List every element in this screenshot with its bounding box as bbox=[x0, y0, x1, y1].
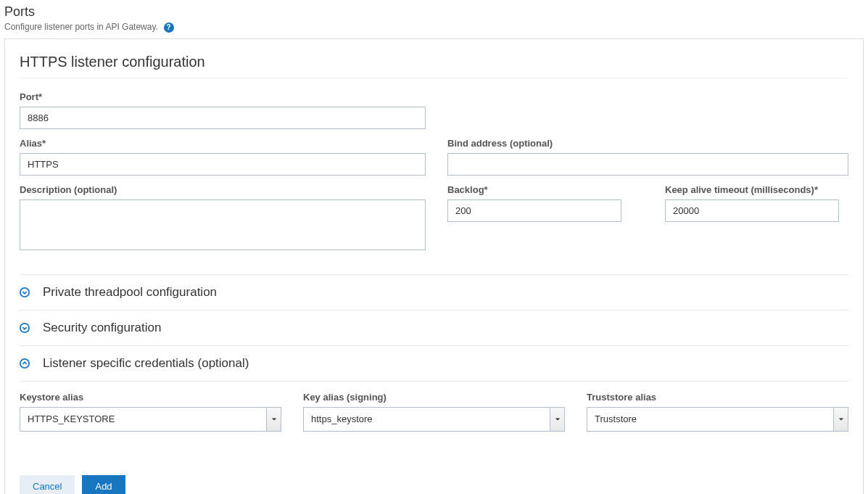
panel-title: HTTPS listener configuration bbox=[20, 54, 848, 70]
expand-down-icon bbox=[20, 323, 30, 333]
dropdown-arrow-icon bbox=[550, 408, 564, 431]
section-credentials[interactable]: Listener specific credentials (optional) bbox=[20, 345, 848, 382]
page-subtitle: Configure listener ports in API Gateway. bbox=[4, 22, 158, 32]
keepalive-label: Keep alive timeout (milliseconds)* bbox=[665, 184, 853, 195]
svg-point-0 bbox=[20, 287, 29, 296]
dropdown-arrow-icon bbox=[266, 408, 281, 431]
section-credentials-title: Listener specific credentials (optional) bbox=[43, 356, 249, 371]
dropdown-arrow-icon bbox=[833, 408, 848, 431]
description-input[interactable] bbox=[20, 199, 426, 250]
keyalias-select[interactable]: https_keystore bbox=[303, 407, 565, 432]
cancel-button[interactable]: Cancel bbox=[20, 475, 75, 494]
truststore-label: Truststore alias bbox=[587, 392, 848, 403]
bind-label: Bind address (optional) bbox=[447, 138, 848, 149]
description-label: Description (optional) bbox=[20, 184, 426, 195]
expand-up-icon bbox=[20, 358, 30, 369]
page-title: Ports bbox=[4, 4, 864, 20]
divider bbox=[20, 78, 848, 78]
keystore-label: Keystore alias bbox=[20, 392, 281, 403]
svg-point-1 bbox=[20, 323, 29, 332]
port-label: Port* bbox=[20, 91, 426, 102]
truststore-select[interactable]: Truststore bbox=[587, 407, 848, 432]
keepalive-input[interactable] bbox=[665, 199, 839, 222]
alias-input[interactable] bbox=[20, 153, 426, 176]
alias-label: Alias* bbox=[20, 138, 426, 149]
config-panel: HTTPS listener configuration Port* Alias… bbox=[4, 38, 864, 494]
section-security-title: Security configuration bbox=[43, 321, 161, 335]
add-button[interactable]: Add bbox=[82, 475, 125, 494]
help-icon[interactable]: ? bbox=[164, 22, 174, 33]
port-input[interactable] bbox=[20, 107, 426, 129]
keystore-select[interactable]: HTTPS_KEYSTORE bbox=[20, 407, 281, 432]
section-threadpool-title: Private threadpool configuration bbox=[43, 285, 217, 300]
section-security[interactable]: Security configuration bbox=[20, 310, 848, 345]
svg-point-2 bbox=[20, 358, 29, 367]
expand-down-icon bbox=[20, 287, 30, 297]
keyalias-value: https_keystore bbox=[304, 408, 550, 431]
keystore-value: HTTPS_KEYSTORE bbox=[20, 408, 266, 431]
keyalias-label: Key alias (signing) bbox=[303, 392, 565, 403]
backlog-label: Backlog* bbox=[447, 184, 643, 195]
truststore-value: Truststore bbox=[587, 408, 833, 431]
section-threadpool[interactable]: Private threadpool configuration bbox=[20, 274, 848, 310]
backlog-input[interactable] bbox=[447, 199, 621, 222]
bind-input[interactable] bbox=[447, 153, 848, 176]
